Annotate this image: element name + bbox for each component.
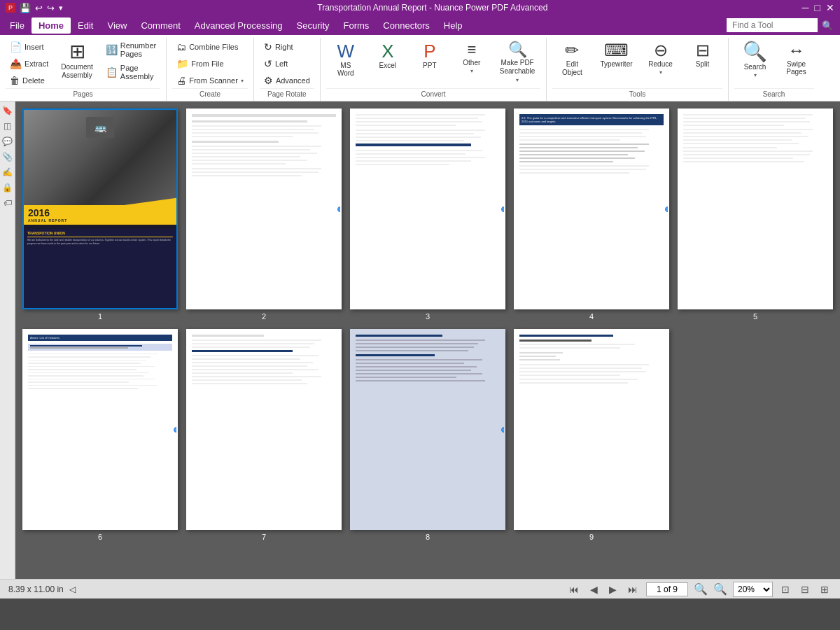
- quick-redo[interactable]: ↪: [47, 3, 55, 13]
- zoom-in-btn[interactable]: 🔍: [713, 582, 727, 596]
- page-thumb-1[interactable]: 🚌 2016 ANNUAL REPORT TRANSPOTION UNION W…: [22, 108, 178, 321]
- quick-undo[interactable]: ↩: [35, 3, 43, 13]
- menu-item-file[interactable]: File: [3, 18, 31, 34]
- collapse-arrow[interactable]: ◁: [69, 584, 76, 594]
- fit-width-btn[interactable]: ⊟: [798, 582, 812, 596]
- make-pdf-label: Make PDFSearchable: [500, 59, 536, 76]
- swipe-pages-icon: ↔: [788, 42, 805, 59]
- pages-grid: 🚌 2016 ANNUAL REPORT TRANSPOTION UNION W…: [22, 108, 833, 541]
- reduce-btn[interactable]: ⊖ Reduce ▾: [641, 39, 680, 78]
- page-thumb-7[interactable]: 7: [186, 329, 342, 541]
- page-thumb-inner-1: 🚌 2016 ANNUAL REPORT TRANSPOTION UNION W…: [22, 108, 178, 309]
- menu-item-comment[interactable]: Comment: [134, 18, 187, 34]
- page-thumb-inner-5: [678, 108, 833, 309]
- zoom-select[interactable]: 10% 15% 20% 25% 50% 75% 100%: [733, 582, 773, 597]
- split-label: Split: [696, 60, 709, 68]
- delete-btn[interactable]: 🗑 Delete: [6, 73, 52, 88]
- renumber-pages-btn[interactable]: 🔢 RenumberPages: [102, 39, 160, 60]
- text-page-6: Annex: List of Initiatives: [24, 330, 176, 528]
- current-page-input[interactable]: [646, 582, 688, 596]
- pages-medium-buttons: 🔢 RenumberPages 📋 PageAssembly: [102, 39, 160, 83]
- page-rotate-label: Page Rotate: [260, 88, 314, 99]
- fit-page-btn[interactable]: ⊡: [778, 582, 792, 596]
- menu-item-help[interactable]: Help: [437, 18, 470, 34]
- menu-item-forms[interactable]: Forms: [337, 18, 377, 34]
- sidebar-signature-icon[interactable]: ✍: [1, 166, 14, 178]
- zoom-out-btn[interactable]: 🔍: [694, 582, 708, 596]
- document-assembly-btn[interactable]: ⊞ DocumentAssembly: [55, 39, 99, 83]
- ppt-btn[interactable]: P PPT: [410, 39, 449, 72]
- menu-item-security[interactable]: Security: [290, 18, 337, 34]
- text-page-4: 2.8. The goals for a competitive and inn…: [515, 110, 668, 308]
- sidebar-bookmark-icon[interactable]: 🔖: [1, 104, 14, 117]
- sidebar-tag-icon[interactable]: 🏷: [1, 197, 14, 209]
- last-page-btn[interactable]: ⏭: [625, 582, 640, 596]
- from-file-btn[interactable]: 📁 From File: [172, 56, 248, 71]
- reduce-dropdown: ▾: [659, 69, 662, 76]
- rotate-right-btn[interactable]: ↻ Right: [260, 39, 314, 55]
- menu-item-advanced[interactable]: Advanced Processing: [188, 18, 290, 34]
- ms-word-label: MSWord: [337, 62, 354, 77]
- rotate-advanced-btn[interactable]: ⚙ Advanced: [260, 73, 314, 88]
- other-btn[interactable]: ≡ Other ▾: [452, 39, 491, 77]
- page-thumb-2[interactable]: 2: [186, 108, 342, 321]
- fit-height-btn[interactable]: ⊞: [818, 582, 832, 596]
- rotate-left-icon: ↺: [264, 58, 272, 69]
- page6-section: [28, 344, 172, 351]
- page-assembly-btn[interactable]: 📋 PageAssembly: [102, 62, 160, 83]
- from-scanner-label: From Scanner: [189, 76, 238, 85]
- search-btn[interactable]: 🔍 Search ▾: [734, 39, 776, 81]
- combine-files-btn[interactable]: 🗂 Combine Files: [172, 39, 248, 55]
- menu-item-home[interactable]: Home: [31, 18, 71, 34]
- close-btn[interactable]: ✕: [826, 2, 834, 13]
- page-thumb-8[interactable]: 8: [350, 329, 505, 541]
- from-scanner-btn[interactable]: 🖨 From Scanner ▾: [172, 73, 248, 88]
- other-icon: ≡: [467, 42, 476, 57]
- first-page-btn[interactable]: ⏮: [566, 582, 582, 596]
- ms-word-btn[interactable]: W MSWord: [326, 39, 365, 80]
- prev-page-btn[interactable]: ◀: [587, 582, 601, 596]
- ms-word-icon: W: [337, 42, 355, 60]
- excel-btn[interactable]: X Excel: [368, 39, 407, 72]
- sidebar-attachment-icon[interactable]: 📎: [1, 150, 14, 163]
- insert-btn[interactable]: 📄 Insert: [6, 39, 52, 55]
- typewriter-btn[interactable]: ⌨ Typewriter: [594, 39, 638, 71]
- maximize-btn[interactable]: □: [815, 2, 820, 13]
- left-sidebar: 🔖 ◫ 💬 📎 ✍ 🔒 🏷: [0, 102, 15, 579]
- page-num-5: 5: [753, 312, 757, 321]
- ribbon-group-page-rotate: ↻ Right ↺ Left ⚙ Advanced Page Rotate: [254, 38, 321, 101]
- page-thumb-5[interactable]: 5: [678, 108, 833, 321]
- create-buttons-col: 🗂 Combine Files 📁 From File 🖨 From Scann…: [172, 39, 248, 88]
- make-pdf-icon: 🔍: [508, 42, 527, 57]
- sidebar-layers-icon[interactable]: ◫: [1, 120, 14, 132]
- page-thumb-6[interactable]: Annex: List of Initiatives: [22, 329, 178, 541]
- swipe-pages-btn[interactable]: ↔ SwipePages: [779, 39, 814, 78]
- make-pdf-searchable-btn[interactable]: 🔍 Make PDFSearchable ▾: [494, 39, 541, 86]
- sidebar-lock-icon[interactable]: 🔒: [1, 181, 14, 194]
- minimize-btn[interactable]: ─: [802, 2, 809, 13]
- rotate-left-btn[interactable]: ↺ Left: [260, 56, 314, 71]
- find-tool-input[interactable]: [727, 18, 818, 32]
- status-bar: 8.39 x 11.00 in ◁ ⏮ ◀ ▶ ⏭ 🔍 🔍 10% 15% 20…: [0, 579, 840, 598]
- cover-page: 🚌 2016 ANNUAL REPORT TRANSPOTION UNION W…: [24, 110, 176, 308]
- page-thumb-inner-3: [350, 108, 505, 309]
- page-num-4: 4: [589, 312, 594, 321]
- edit-object-btn[interactable]: ✏ EditObject: [552, 39, 592, 80]
- split-btn[interactable]: ⊟ Split: [683, 39, 722, 71]
- extract-icon: 📤: [10, 58, 22, 69]
- menu-item-view[interactable]: View: [100, 18, 134, 34]
- extract-btn[interactable]: 📤 Extract: [6, 56, 52, 71]
- menu-item-edit[interactable]: Edit: [71, 18, 100, 34]
- sidebar-comment-icon[interactable]: 💬: [1, 135, 14, 148]
- page-num-9: 9: [589, 533, 594, 541]
- menu-item-connectors[interactable]: Connectors: [376, 18, 436, 34]
- page-thumb-4[interactable]: 2.8. The goals for a competitive and inn…: [514, 108, 669, 321]
- connector-dot-2: [337, 206, 342, 212]
- page-thumb-3[interactable]: 3: [350, 108, 505, 321]
- page-thumb-inner-4: 2.8. The goals for a competitive and inn…: [514, 108, 669, 309]
- next-page-btn[interactable]: ▶: [606, 582, 620, 596]
- pages-area[interactable]: 🚌 2016 ANNUAL REPORT TRANSPOTION UNION W…: [15, 102, 840, 579]
- page-thumb-9[interactable]: 9: [514, 329, 669, 541]
- quick-save[interactable]: 💾: [20, 3, 31, 13]
- find-tool-area: 🔍: [727, 18, 837, 34]
